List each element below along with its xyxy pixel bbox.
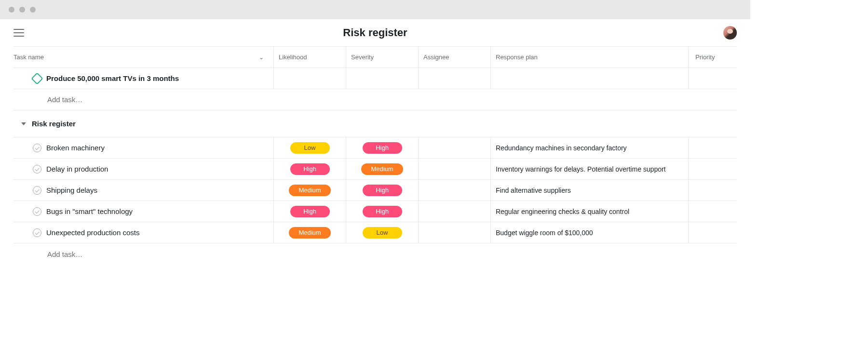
window-dot: [19, 7, 25, 13]
priority-cell[interactable]: [689, 201, 737, 222]
check-circle-icon[interactable]: [33, 186, 41, 195]
add-task-label: Add task…: [47, 95, 82, 104]
column-header-label: Severity: [351, 53, 374, 61]
avatar[interactable]: [723, 26, 737, 40]
goal-row[interactable]: Produce 50,000 smart TVs in 3 months: [14, 68, 737, 89]
check-circle-icon[interactable]: [33, 207, 41, 216]
response-text: Inventory warnings for delays. Potential…: [496, 165, 666, 173]
goal-icon: [31, 72, 43, 84]
column-header-label: Likelihood: [279, 53, 307, 61]
window-titlebar: [0, 0, 750, 19]
task-name: Broken machinery: [46, 144, 105, 152]
add-task-label: Add task…: [47, 250, 82, 258]
task-table: Task name ⌄ Likelihood Severity Assignee…: [14, 46, 737, 265]
priority-cell[interactable]: [689, 137, 737, 159]
assignee-cell[interactable]: [419, 137, 491, 159]
window-dot: [30, 7, 36, 13]
check-circle-icon[interactable]: [33, 165, 41, 174]
assignee-cell[interactable]: [419, 180, 491, 201]
priority-cell[interactable]: [689, 222, 737, 243]
response-text: Redundancy machines in secondary factory: [496, 144, 627, 152]
assignee-cell[interactable]: [419, 201, 491, 222]
check-circle-icon[interactable]: [33, 144, 41, 152]
task-name: Bugs in "smart" technology: [46, 207, 133, 215]
task-name: Shipping delays: [46, 186, 97, 194]
likelihood-tag[interactable]: Medium: [289, 185, 330, 196]
add-task-row[interactable]: Add task…: [14, 243, 737, 265]
severity-tag[interactable]: High: [363, 206, 402, 217]
column-header-severity[interactable]: Severity: [346, 47, 419, 68]
likelihood-tag[interactable]: Low: [290, 142, 330, 154]
likelihood-tag[interactable]: High: [290, 163, 330, 175]
table-row[interactable]: Shipping delaysMediumHighFind alternativ…: [14, 180, 737, 201]
priority-cell[interactable]: [689, 180, 737, 201]
column-header-label: Response plan: [496, 53, 538, 61]
assignee-cell[interactable]: [419, 159, 491, 180]
section-name: Risk register: [32, 120, 76, 128]
severity-tag[interactable]: Low: [363, 227, 402, 239]
column-header-assignee[interactable]: Assignee: [419, 47, 491, 68]
column-header-task[interactable]: Task name ⌄: [14, 47, 274, 68]
column-header-label: Task name: [14, 53, 44, 61]
table-header-row: Task name ⌄ Likelihood Severity Assignee…: [14, 47, 737, 68]
table-row[interactable]: Broken machineryLowHighRedundancy machin…: [14, 137, 737, 159]
column-header-label: Assignee: [423, 53, 449, 61]
table-row[interactable]: Bugs in "smart" technologyHighHighRegula…: [14, 201, 737, 222]
response-text: Regular engineering checks & quality con…: [496, 208, 629, 215]
table-row[interactable]: Delay in productionHighMediumInventory w…: [14, 159, 737, 180]
severity-tag[interactable]: Medium: [361, 163, 403, 175]
topbar: Risk register: [0, 19, 750, 46]
section-header[interactable]: Risk register: [14, 110, 737, 137]
table-row[interactable]: Unexpected production costsMediumLowBudg…: [14, 222, 737, 243]
add-task-row[interactable]: Add task…: [14, 89, 737, 110]
check-circle-icon[interactable]: [33, 228, 41, 237]
severity-tag[interactable]: High: [363, 185, 402, 196]
priority-cell[interactable]: [689, 159, 737, 180]
column-header-priority[interactable]: Priority: [689, 47, 737, 68]
task-name: Unexpected production costs: [46, 228, 139, 237]
column-header-likelihood[interactable]: Likelihood: [274, 47, 346, 68]
response-text: Find alternative suppliers: [496, 187, 571, 194]
column-header-label: Priority: [695, 53, 715, 61]
task-name: Delay in production: [46, 165, 108, 173]
assignee-cell[interactable]: [419, 222, 491, 243]
menu-icon[interactable]: [14, 29, 24, 37]
likelihood-tag[interactable]: Medium: [289, 227, 330, 239]
goal-name: Produce 50,000 smart TVs in 3 months: [46, 74, 179, 82]
chevron-down-icon[interactable]: ⌄: [259, 54, 269, 61]
response-text: Budget wiggle room of $100,000: [496, 229, 593, 237]
likelihood-tag[interactable]: High: [290, 206, 330, 217]
page-title: Risk register: [343, 27, 407, 39]
window-dot: [9, 7, 14, 13]
severity-tag[interactable]: High: [363, 142, 402, 154]
column-header-response[interactable]: Response plan: [491, 47, 689, 68]
caret-down-icon[interactable]: [21, 122, 26, 125]
